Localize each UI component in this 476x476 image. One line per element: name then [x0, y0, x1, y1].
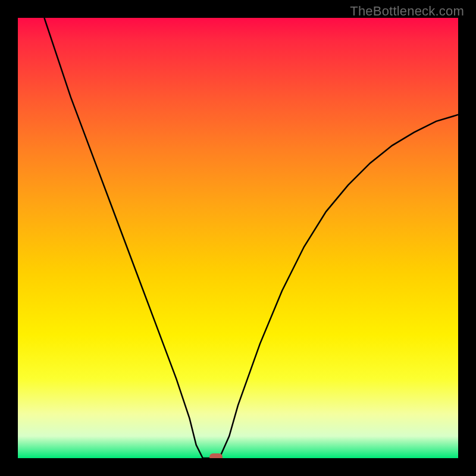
- curve-svg: [18, 18, 458, 458]
- plot-area: [18, 18, 458, 458]
- optimal-marker-icon: [209, 453, 223, 458]
- bottleneck-curve-path: [44, 18, 458, 458]
- watermark-text: TheBottleneck.com: [350, 4, 464, 19]
